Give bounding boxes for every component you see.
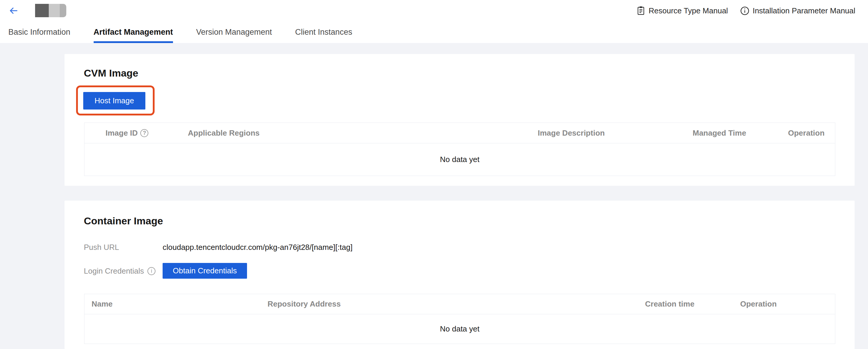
cvm-table-empty-state: No data yet [85,143,835,176]
container-image-title: Container Image [84,215,163,227]
installation-parameter-manual-link[interactable]: Installation Parameter Manual [740,6,855,15]
login-credentials-row: Login Credentials i [84,266,155,276]
column-header-image-description: Image Description [538,123,604,143]
cvm-table-header: Image ID ? Applicable Regions Image Desc… [85,123,835,143]
tab-basic-information[interactable]: Basic Information [8,21,70,43]
page-content: CVM Image Host Image Image ID ? Applicab… [0,43,868,349]
back-button[interactable] [8,5,19,16]
redacted-block [49,4,60,17]
cvm-image-card: CVM Image Host Image Image ID ? Applicab… [64,54,855,186]
info-circle-icon [740,6,749,15]
tab-client-instances[interactable]: Client Instances [295,21,352,43]
top-link-label: Installation Parameter Manual [753,6,855,15]
container-table-empty-state: No data yet [85,314,835,344]
column-header-applicable-regions: Applicable Regions [188,123,259,143]
column-header-name: Name [92,294,113,314]
tab-bar: Basic Information Artifact Management Ve… [0,21,868,43]
column-label: Image ID [105,129,137,138]
obtain-credentials-button[interactable]: Obtain Credentials [163,263,247,279]
tab-version-management[interactable]: Version Management [196,21,272,43]
top-link-label: Resource Type Manual [649,6,728,15]
info-tooltip-icon[interactable]: i [148,267,155,275]
topbar-links: Resource Type Manual Installation Parame… [637,0,868,21]
manual-clipboard-icon [637,6,645,15]
cvm-image-title: CVM Image [84,67,138,79]
resource-type-manual-link[interactable]: Resource Type Manual [637,6,728,15]
column-header-operation: Operation [740,294,777,314]
push-url-value: cloudapp.tencentcloudcr.com/pkg-an76jt28… [163,242,352,252]
tab-artifact-management[interactable]: Artifact Management [94,21,173,43]
redacted-block [60,4,66,17]
arrow-left-icon [8,6,19,16]
app-title-redacted [35,4,66,17]
login-credentials-label: Login Credentials [84,267,144,276]
column-header-repository-address: Repository Address [268,294,341,314]
cvm-image-table: Image ID ? Applicable Regions Image Desc… [84,123,835,176]
container-image-table: Name Repository Address Creation time Op… [84,294,835,344]
redacted-block [35,4,49,17]
column-header-operation: Operation [788,123,825,143]
column-header-managed-time: Managed Time [693,123,746,143]
column-header-image-id: Image ID ? [105,123,148,143]
column-header-creation-time: Creation time [645,294,694,314]
push-url-row: Push URL [84,242,119,252]
topbar: Resource Type Manual Installation Parame… [0,0,868,21]
host-image-button[interactable]: Host Image [83,92,145,109]
container-table-header: Name Repository Address Creation time Op… [85,294,835,314]
push-url-label: Push URL [84,243,119,252]
container-image-card: Container Image Push URL cloudapp.tencen… [64,201,855,349]
help-question-icon[interactable]: ? [140,129,148,137]
